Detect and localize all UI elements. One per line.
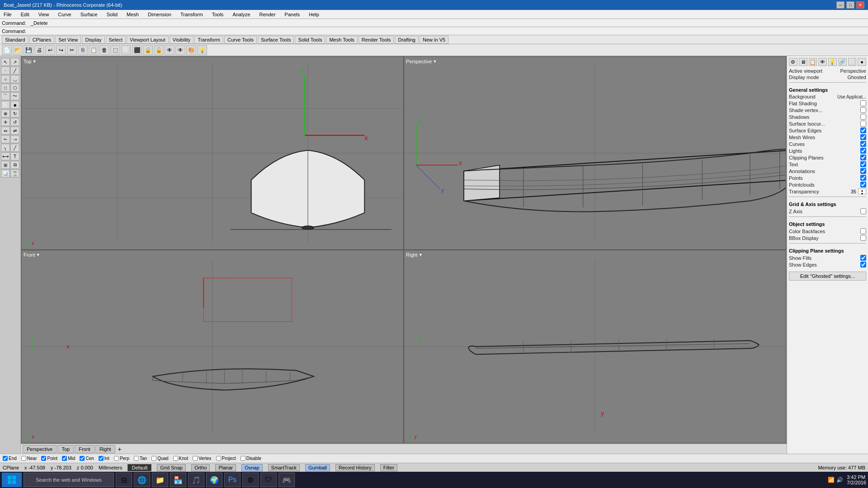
tool-lock[interactable]: 🔒 — [143, 45, 153, 55]
lt-point[interactable]: · — [1, 66, 10, 75]
tool-delete[interactable]: 🗑 — [99, 45, 109, 55]
menu-dimension[interactable]: Dimension — [146, 11, 173, 18]
tab-curve-tools[interactable]: Curve Tools — [224, 36, 257, 44]
tab-new-in-v5[interactable]: New in V5 — [420, 36, 448, 44]
osnap-point-cb[interactable] — [41, 456, 46, 461]
viewport-front-label[interactable]: Front ▼ — [24, 252, 40, 258]
viewport-right-arrow[interactable]: ▼ — [419, 253, 423, 257]
rp-icon-light[interactable]: 💡 — [828, 58, 837, 66]
lt-analyze[interactable]: 📊 — [1, 169, 10, 178]
viewport-perspective-label[interactable]: Perspective ▼ — [406, 59, 437, 64]
status-osnap[interactable]: Osnap — [241, 464, 262, 471]
rp-show-edges-checkbox[interactable] — [860, 262, 866, 267]
menu-solid[interactable]: Solid — [105, 11, 119, 18]
rp-surface-isocur-checkbox[interactable] — [860, 121, 866, 127]
viewport-top-arrow[interactable]: ▼ — [33, 59, 37, 64]
rp-curves-checkbox[interactable] — [860, 141, 866, 147]
status-gridsnap[interactable]: Grid Snap — [157, 464, 186, 471]
menu-analyze[interactable]: Analyze — [231, 11, 252, 18]
tool-unlock[interactable]: 🔓 — [154, 45, 164, 55]
tab-surface-tools[interactable]: Surface Tools — [258, 36, 294, 44]
rp-icon-point[interactable]: ● — [858, 58, 866, 66]
taskbar-app3[interactable]: 🎮 — [278, 473, 295, 487]
taskbar-edge[interactable]: 🌐 — [134, 473, 150, 487]
maximize-button[interactable]: □ — [846, 1, 854, 9]
rp-flat-shading-checkbox[interactable] — [860, 100, 866, 106]
osnap-quad-cb[interactable] — [151, 456, 156, 461]
osnap-knot-cb[interactable] — [173, 456, 178, 461]
rp-icon-display[interactable]: 🖥 — [799, 58, 807, 66]
rp-icon-material[interactable]: 📋 — [809, 58, 817, 66]
menu-view[interactable]: View — [37, 11, 51, 18]
rp-text-checkbox[interactable] — [860, 161, 866, 167]
tab-visibility[interactable]: Visibility — [170, 36, 194, 44]
rp-shadows-checkbox[interactable] — [860, 114, 866, 120]
taskbar-store[interactable]: 🏪 — [170, 473, 186, 487]
status-ortho[interactable]: Ortho — [191, 464, 210, 471]
tool-redo[interactable]: ↪ — [56, 45, 66, 55]
close-button[interactable]: ✕ — [856, 1, 864, 9]
rp-edit-button[interactable]: Edit "Ghosted" settings... — [789, 272, 866, 281]
lt-circle[interactable]: ○ — [1, 75, 10, 83]
minimize-button[interactable]: ─ — [836, 1, 844, 9]
lt-move[interactable]: ✛ — [1, 118, 10, 126]
command-input[interactable] — [28, 28, 118, 34]
menu-curve[interactable]: Curve — [56, 11, 73, 18]
lt-text[interactable]: T — [10, 152, 19, 160]
lt-freeform[interactable]: 〜 — [10, 92, 19, 100]
taskbar-photoshop[interactable]: Ps — [224, 473, 241, 487]
rp-lights-checkbox[interactable] — [860, 148, 866, 154]
status-filter[interactable]: Filter — [380, 464, 397, 471]
tool-group[interactable]: ⬜ — [121, 45, 131, 55]
status-record-history[interactable]: Record History — [335, 464, 375, 471]
rp-annotations-checkbox[interactable] — [860, 168, 866, 174]
rp-icon-plane[interactable]: ⬜ — [848, 58, 857, 66]
lt-dim[interactable]: ⟷ — [1, 152, 10, 160]
tab-setview[interactable]: Set View — [55, 36, 81, 44]
status-gumball[interactable]: Gumball — [305, 464, 330, 471]
rp-icon-link[interactable]: 🔗 — [838, 58, 847, 66]
lt-surface[interactable]: ⬜ — [1, 101, 10, 109]
tool-copy[interactable]: ⎘ — [78, 45, 88, 55]
tool-save[interactable]: 💾 — [24, 45, 33, 55]
tool-paste[interactable]: 📋 — [89, 45, 99, 55]
osnap-perp-cb[interactable] — [114, 456, 119, 461]
lt-select[interactable]: ↖ — [1, 58, 10, 66]
menu-file[interactable]: File — [2, 11, 14, 18]
tool-undo[interactable]: ↩ — [45, 45, 55, 55]
lt-extend[interactable]: ⇢ — [10, 135, 19, 143]
tab-display[interactable]: Display — [82, 36, 104, 44]
vp-tab-right[interactable]: Right — [95, 445, 115, 453]
lt-grid[interactable]: ⊞ — [1, 161, 10, 169]
tool-ungroup[interactable]: ⬛ — [132, 45, 142, 55]
tool-new[interactable]: 📄 — [2, 45, 12, 55]
rp-clipping-planes-checkbox[interactable] — [860, 155, 866, 160]
osnap-near-cb[interactable] — [21, 456, 26, 461]
taskbar-browser2[interactable]: 🌍 — [206, 473, 222, 487]
vp-tab-top[interactable]: Top — [57, 445, 74, 453]
tab-viewport-layout[interactable]: Viewport Layout — [127, 36, 169, 44]
viewport-top-label[interactable]: Top ▼ — [24, 59, 37, 64]
tab-standard[interactable]: Standard — [2, 36, 28, 44]
viewport-perspective-arrow[interactable]: ▼ — [433, 59, 437, 64]
menu-panels[interactable]: Panels — [283, 11, 302, 18]
menu-help[interactable]: Help — [307, 11, 321, 18]
lt-line[interactable]: ╱ — [10, 66, 19, 75]
lt-arc[interactable]: ◡ — [10, 75, 19, 83]
osnap-int-cb[interactable] — [99, 456, 104, 461]
tab-mesh-tools[interactable]: Mesh Tools — [326, 36, 357, 44]
viewport-right-label[interactable]: Right ▼ — [406, 252, 423, 258]
rp-show-fills-checkbox[interactable] — [860, 255, 866, 261]
status-layer[interactable]: Default — [127, 464, 151, 471]
tool-open[interactable]: 📂 — [13, 45, 23, 55]
tab-transform[interactable]: Transform — [194, 36, 223, 44]
tab-render-tools[interactable]: Render Tools — [359, 36, 394, 44]
tool-show[interactable]: 👁 — [175, 45, 185, 55]
osnap-end-cb[interactable] — [3, 456, 8, 461]
lt-extrude[interactable]: ⊕ — [1, 109, 10, 117]
menu-edit[interactable]: Edit — [19, 11, 31, 18]
start-button[interactable] — [2, 473, 22, 487]
osnap-disable-cb[interactable] — [241, 456, 245, 461]
taskbar-app2[interactable]: 🛡 — [260, 473, 277, 487]
viewport-right[interactable]: Right ▼ — [404, 250, 786, 443]
